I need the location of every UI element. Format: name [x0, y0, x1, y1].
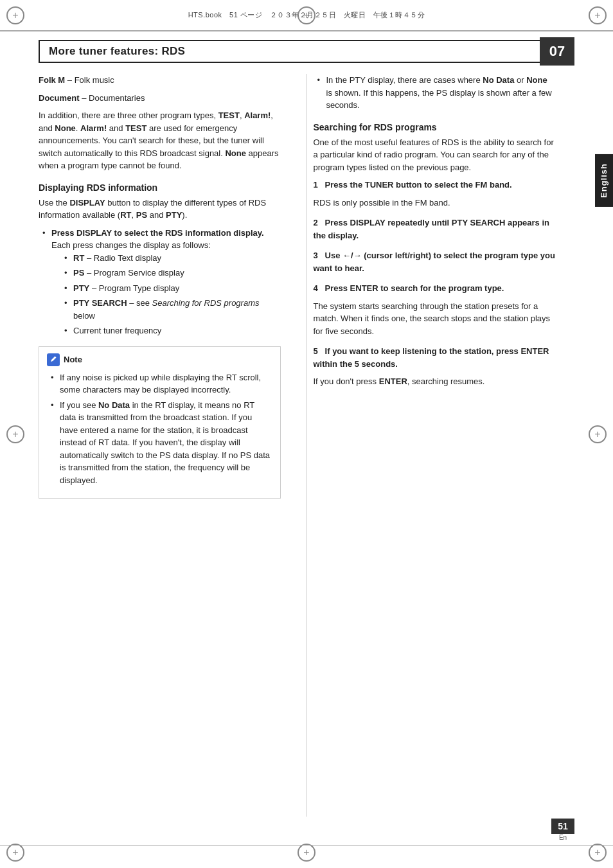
- right-column: In the PTY display, there are cases wher…: [306, 74, 556, 817]
- searching-intro: One of the most useful features of RDS i…: [314, 136, 556, 174]
- document-def: Documentaries: [89, 93, 145, 103]
- step-4-detail: The system starts searching through the …: [314, 300, 556, 338]
- step-3: 3 Use ←/→ (cursor left/right) to select …: [314, 249, 556, 274]
- note-item-1: If any noise is picked up while displayi…: [51, 371, 272, 396]
- searching-section-title: Searching for RDS programs: [314, 122, 556, 132]
- press-display-sub: Each press changes the display as follow…: [51, 240, 211, 250]
- chapter-number-box: 07: [540, 37, 574, 66]
- press-display-bold: Press DISPLAY to select the RDS informat…: [51, 228, 264, 238]
- step-1: 1 Press the TUNER button to select the F…: [314, 179, 556, 209]
- note-item-2: If you see No Data in the RT display, it…: [51, 399, 272, 487]
- folk-m-line: Folk M – Folk music: [39, 74, 281, 87]
- reg-mark-bot-center: [298, 844, 315, 862]
- press-display-item: Press DISPLAY to select the RDS informat…: [42, 227, 281, 337]
- step-3-number: 3: [314, 251, 318, 260]
- page-header: More tuner features: RDS 07: [39, 37, 574, 66]
- reg-mark-bot-left: [6, 844, 24, 862]
- top-bar: HTS.book 51 ページ ２０３年２月２５日 火曜日 午後１時４５分: [0, 0, 613, 31]
- step-2-text: 2 Press DISPLAY repeatedly until PTY SEA…: [314, 217, 556, 242]
- folk-m-term: Folk M: [39, 75, 65, 85]
- frequency-item: Current tuner frequency: [64, 324, 281, 337]
- step-1-bold: Press the TUNER button to select the FM …: [325, 180, 512, 190]
- pty-note-item: In the PTY display, there are cases wher…: [317, 74, 556, 112]
- reg-mark-mid-left: [6, 425, 24, 443]
- step-5-detail: If you don't press ENTER, searching resu…: [314, 375, 556, 388]
- pty-search-item: PTY SEARCH – see Searching for RDS progr…: [64, 297, 281, 322]
- document-sep: –: [82, 93, 89, 103]
- pty-note-list: In the PTY display, there are cases wher…: [314, 74, 556, 112]
- step-1-text: 1 Press the TUNER button to select the F…: [314, 179, 556, 191]
- page-num-box: 51: [551, 819, 574, 834]
- step-5-text: 5 If you want to keep listening to the s…: [314, 345, 556, 370]
- reg-mark-mid-right: [589, 425, 607, 443]
- display-sub-list: RT – Radio Text display PS – Program Ser…: [51, 252, 281, 337]
- reg-mark-bot-right: [589, 844, 607, 862]
- file-info: HTS.book 51 ページ ２０３年２月２５日 火曜日 午後１時４５分: [188, 10, 425, 20]
- note-label: Note: [64, 355, 82, 364]
- intro-paragraph: In addition, there are three other progr…: [39, 109, 281, 172]
- document-line: Document – Documentaries: [39, 92, 281, 105]
- title-box: More tuner features: RDS: [39, 40, 540, 63]
- step-4-bold: Press ENTER to search for the program ty…: [325, 283, 504, 293]
- top-divider: [0, 31, 613, 31]
- step-4-text: 4 Press ENTER to search for the program …: [314, 282, 556, 295]
- step-2-number: 2: [314, 218, 318, 227]
- page-title: More tuner features: RDS: [49, 45, 185, 58]
- step-3-text: 3 Use ←/→ (cursor left/right) to select …: [314, 249, 556, 274]
- rt-item: RT – Radio Text display: [64, 252, 281, 265]
- displaying-section-title: Displaying RDS information: [39, 182, 281, 193]
- step-5-number: 5: [314, 346, 318, 356]
- document-term: Document: [39, 93, 80, 103]
- step-5: 5 If you want to keep listening to the s…: [314, 345, 556, 388]
- note-list: If any noise is picked up while displayi…: [47, 371, 272, 487]
- step-2-bold: Press DISPLAY repeatedly until PTY SEARC…: [314, 218, 550, 240]
- pencil-icon: [49, 356, 57, 364]
- step-4: 4 Press ENTER to search for the program …: [314, 282, 556, 337]
- display-bullet-list: Press DISPLAY to select the RDS informat…: [39, 227, 281, 337]
- step-4-number: 4: [314, 283, 318, 293]
- chapter-number: 07: [549, 43, 565, 60]
- step-1-number: 1: [314, 180, 318, 190]
- note-icon: [47, 353, 60, 366]
- page-number-sub: En: [559, 834, 567, 841]
- main-content: Folk M – Folk music Document – Documenta…: [39, 74, 555, 817]
- left-column: Folk M – Folk music Document – Documenta…: [39, 74, 287, 817]
- folk-m-sep: –: [67, 75, 75, 85]
- pty-item: PTY – Program Type display: [64, 282, 281, 295]
- note-header: Note: [47, 353, 272, 366]
- step-3-bold: Use ←/→ (cursor left/right) to select th…: [314, 251, 555, 273]
- displaying-intro: Use the DISPLAY button to display the di…: [39, 197, 281, 222]
- step-2: 2 Press DISPLAY repeatedly until PTY SEA…: [314, 217, 556, 242]
- bottom-divider: [0, 845, 613, 846]
- note-box: Note If any noise is picked up while dis…: [39, 346, 281, 499]
- folk-m-def: Folk music: [75, 75, 114, 85]
- ps-item: PS – Program Service display: [64, 267, 281, 279]
- english-tab: English: [595, 154, 613, 207]
- page-number-area: 51 En: [551, 819, 574, 841]
- step-5-bold: If you want to keep listening to the sta…: [314, 346, 549, 369]
- english-label: English: [599, 163, 609, 198]
- page-number-value: 51: [558, 821, 568, 831]
- step-1-detail: RDS is only possible in the FM band.: [314, 197, 556, 209]
